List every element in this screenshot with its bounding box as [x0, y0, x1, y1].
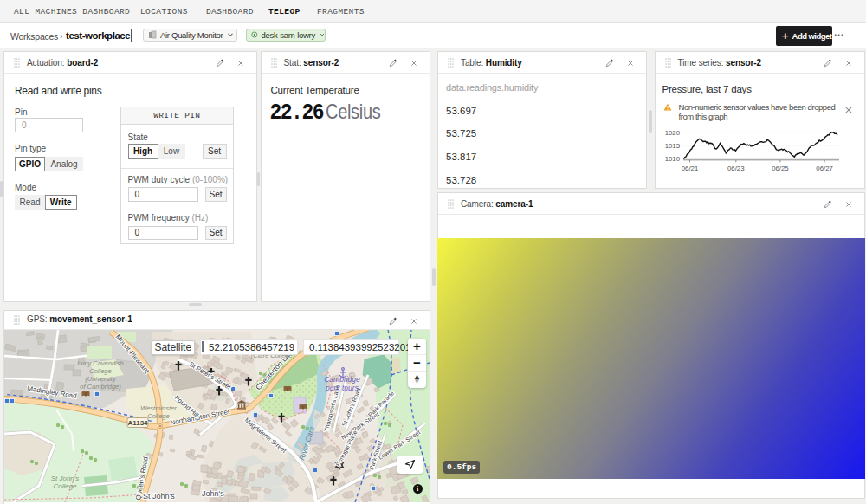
- svg-text:06/23: 06/23: [727, 165, 745, 172]
- svg-text:06/25: 06/25: [772, 165, 789, 172]
- svg-text:06/21: 06/21: [681, 165, 698, 172]
- svg-text:(University: (University: [85, 375, 117, 383]
- svg-text:punt tours: punt tours: [325, 384, 359, 392]
- svg-text:Lucy Cavendish: Lucy Cavendish: [77, 359, 123, 367]
- svg-text:St John's: St John's: [143, 492, 175, 501]
- svg-text:St John's: St John's: [51, 475, 80, 482]
- svg-text:College: College: [89, 367, 111, 375]
- svg-text:06/27: 06/27: [816, 165, 833, 172]
- svg-text:College: College: [147, 412, 169, 420]
- svg-text:College: College: [53, 482, 77, 490]
- svg-text:A1134: A1134: [127, 419, 148, 427]
- svg-text:Cambridge: Cambridge: [324, 375, 360, 384]
- svg-text:Westminster: Westminster: [140, 404, 177, 412]
- svg-text:1010: 1010: [664, 155, 680, 163]
- svg-text:John's: John's: [202, 489, 224, 498]
- svg-text:1015: 1015: [664, 142, 680, 150]
- svg-text:1020: 1020: [664, 129, 680, 137]
- svg-text:of Cambridge): of Cambridge): [80, 383, 121, 391]
